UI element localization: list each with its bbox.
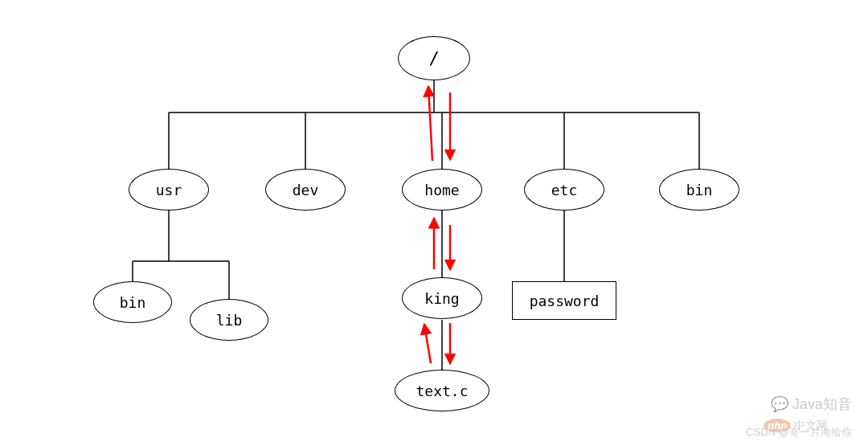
node-root: / bbox=[398, 36, 470, 80]
node-label: home bbox=[424, 182, 459, 198]
node-label: dev bbox=[293, 182, 319, 198]
node-password: password bbox=[512, 281, 616, 320]
node-label: / bbox=[428, 48, 439, 68]
node-label: usr bbox=[156, 182, 182, 198]
watermark-java: 💬 Java知音 bbox=[771, 395, 852, 414]
node-label: lib bbox=[216, 312, 243, 329]
watermark-csdn: CSDN @寄一片海给你 bbox=[746, 425, 852, 440]
svg-line-14 bbox=[428, 87, 432, 161]
svg-line-18 bbox=[424, 325, 431, 363]
node-lib: lib bbox=[190, 299, 268, 341]
node-label: password bbox=[530, 293, 600, 309]
node-bin-top: bin bbox=[659, 169, 739, 211]
node-king: king bbox=[402, 277, 482, 319]
node-dev: dev bbox=[265, 169, 346, 211]
node-bin-sub: bin bbox=[93, 281, 172, 323]
node-label: king bbox=[424, 290, 459, 307]
node-label: text.c bbox=[416, 383, 468, 399]
node-textc: text.c bbox=[395, 370, 489, 411]
node-label: etc bbox=[551, 182, 578, 198]
node-etc: etc bbox=[524, 169, 604, 211]
node-label: bin bbox=[120, 294, 146, 311]
node-home: home bbox=[402, 169, 482, 211]
node-usr: usr bbox=[129, 169, 209, 211]
node-label: bin bbox=[686, 182, 713, 198]
